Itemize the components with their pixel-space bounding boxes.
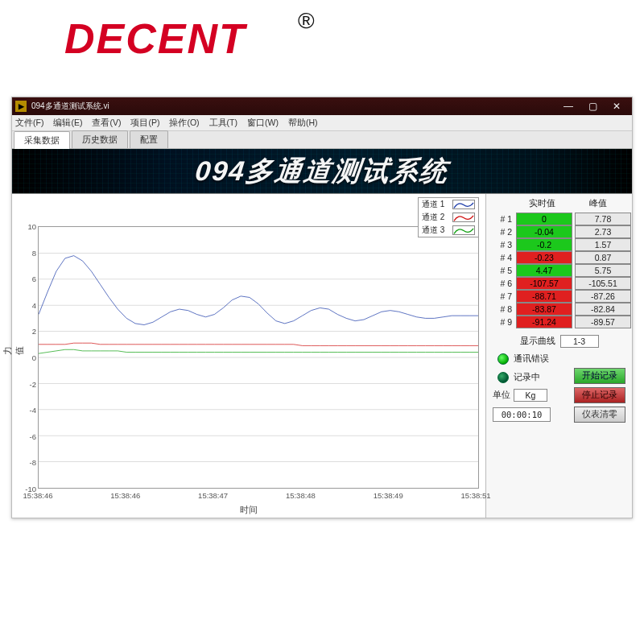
peak-value: 7.78 <box>575 213 631 225</box>
channel-row: # 2-0.042.73 <box>489 225 629 238</box>
tab-config[interactable]: 配置 <box>130 130 168 148</box>
banner: 094多通道测试系统 <box>12 149 632 194</box>
menu-window[interactable]: 窗口(W) <box>247 118 279 129</box>
start-record-button[interactable]: 开始记录 <box>574 368 625 384</box>
peak-value: 5.75 <box>575 264 631 277</box>
channel-index: # 5 <box>489 266 514 275</box>
stop-record-button[interactable]: 停止记录 <box>574 387 625 403</box>
menu-tools[interactable]: 工具(T) <box>209 118 237 129</box>
y-tick: 0 <box>32 353 36 362</box>
channel-index: # 3 <box>489 240 514 250</box>
led-comm-error <box>497 353 509 365</box>
window-close[interactable]: ✕ <box>605 97 629 115</box>
x-tick: 15:38:46 <box>23 491 53 500</box>
channel-index: # 7 <box>489 291 514 301</box>
legend-swatch <box>452 200 475 209</box>
channel-row: # 6-107.57-105.51 <box>489 277 629 290</box>
banner-title: 094多通道测试系统 <box>12 153 632 190</box>
tabbar: 采集数据 历史数据 配置 <box>12 131 632 149</box>
realtime-value: 4.47 <box>516 264 572 277</box>
x-tick: 15:38:49 <box>374 491 403 500</box>
legend: 通道 1 通道 2 通道 3 <box>418 197 479 237</box>
peak-value: 0.87 <box>575 251 631 264</box>
y-tick: 4 <box>32 300 36 309</box>
peak-value: -89.57 <box>575 316 631 328</box>
recording-label: 记录中 <box>514 372 540 383</box>
tab-acquire[interactable]: 采集数据 <box>14 131 70 149</box>
channel-row: # 3-0.21.57 <box>489 238 629 251</box>
legend-label: 通道 2 <box>422 212 451 223</box>
channel-index: # 1 <box>489 214 514 224</box>
x-tick: 15:38:51 <box>461 491 491 500</box>
display-curve-label: 显示曲线 <box>520 336 555 347</box>
menu-project[interactable]: 项目(P) <box>130 118 159 129</box>
channel-row: # 107.78 <box>489 213 629 225</box>
y-tick: 10 <box>27 222 36 231</box>
zero-button[interactable]: 仪表清零 <box>574 407 625 423</box>
realtime-value: -0.23 <box>516 251 572 264</box>
x-tick: 15:38:47 <box>198 491 228 500</box>
peak-value: -87.26 <box>575 290 631 303</box>
titlebar: ▶ 094多通道测试系统.vi — ▢ ✕ <box>12 97 632 115</box>
timer-display: 00:00:10 <box>493 407 551 422</box>
channel-row: # 7-88.71-87.26 <box>489 290 629 303</box>
channel-row: # 9-91.24-89.57 <box>489 316 629 328</box>
plot[interactable] <box>38 226 479 489</box>
tab-history[interactable]: 历史数据 <box>72 130 128 148</box>
peak-value: -82.84 <box>575 303 631 316</box>
x-tick: 15:38:48 <box>286 491 316 500</box>
realtime-value: -0.04 <box>516 225 572 238</box>
menu-operate[interactable]: 操作(O) <box>169 118 199 129</box>
app-window: ▶ 094多通道测试系统.vi — ▢ ✕ 文件(F) 编辑(E) 查看(V) … <box>11 97 633 518</box>
channel-row: # 54.475.75 <box>489 264 629 277</box>
channel-row: # 4-0.230.87 <box>489 251 629 264</box>
realtime-value: -91.24 <box>516 316 572 328</box>
window-minimize[interactable]: — <box>556 97 580 115</box>
x-tick: 15:38:46 <box>110 491 140 500</box>
unit-field[interactable]: Kg <box>514 389 547 402</box>
realtime-value: -0.2 <box>516 238 572 251</box>
y-tick: -4 <box>30 406 36 415</box>
legend-label: 通道 3 <box>422 225 451 236</box>
x-axis-label: 时间 <box>12 504 485 516</box>
registered-mark: ® <box>298 8 315 34</box>
y-tick: -8 <box>30 458 36 467</box>
col-realtime: 实时值 <box>514 197 570 209</box>
labview-icon: ▶ <box>15 101 27 112</box>
y-tick: 6 <box>32 275 36 283</box>
peak-value: -105.51 <box>575 277 631 290</box>
legend-row: 通道 1 <box>419 198 478 211</box>
y-tick: -6 <box>30 431 36 440</box>
legend-row: 通道 3 <box>419 224 478 237</box>
y-axis-label: 力值 <box>2 345 26 356</box>
legend-label: 通道 1 <box>422 199 451 210</box>
menu-help[interactable]: 帮助(H) <box>288 118 318 129</box>
peak-value: 2.73 <box>575 225 631 238</box>
window-maximize[interactable]: ▢ <box>580 97 605 115</box>
realtime-value: 0 <box>516 213 572 225</box>
menu-edit[interactable]: 编辑(E) <box>53 118 82 129</box>
legend-swatch <box>452 225 475 235</box>
channel-index: # 4 <box>489 253 514 262</box>
menu-view[interactable]: 查看(V) <box>92 118 121 129</box>
channel-row: # 8-83.87-82.84 <box>489 303 629 316</box>
unit-label: 单位 <box>493 390 510 401</box>
channel-index: # 8 <box>489 304 514 314</box>
menu-file[interactable]: 文件(F) <box>15 118 43 129</box>
channel-index: # 2 <box>489 227 514 237</box>
channel-index: # 9 <box>489 317 514 327</box>
chart-area: 通道 1 通道 2 通道 3 力值 时间 1086420-2-4-6-8-10 … <box>12 194 485 518</box>
y-tick: 8 <box>32 248 36 257</box>
y-tick: 2 <box>32 327 36 336</box>
realtime-value: -83.87 <box>516 303 572 316</box>
window-title: 094多通道测试系统.vi <box>31 101 556 112</box>
comm-error-label: 通讯错误 <box>514 353 549 365</box>
realtime-value: -88.71 <box>516 290 572 303</box>
col-peak: 峰值 <box>570 197 626 209</box>
legend-row: 通道 2 <box>419 211 478 224</box>
display-curve-field[interactable]: 1-3 <box>560 335 599 348</box>
realtime-value: -107.57 <box>516 277 572 290</box>
y-tick: -2 <box>30 379 36 388</box>
channel-index: # 6 <box>489 279 514 288</box>
menubar: 文件(F) 编辑(E) 查看(V) 项目(P) 操作(O) 工具(T) 窗口(W… <box>12 115 632 131</box>
